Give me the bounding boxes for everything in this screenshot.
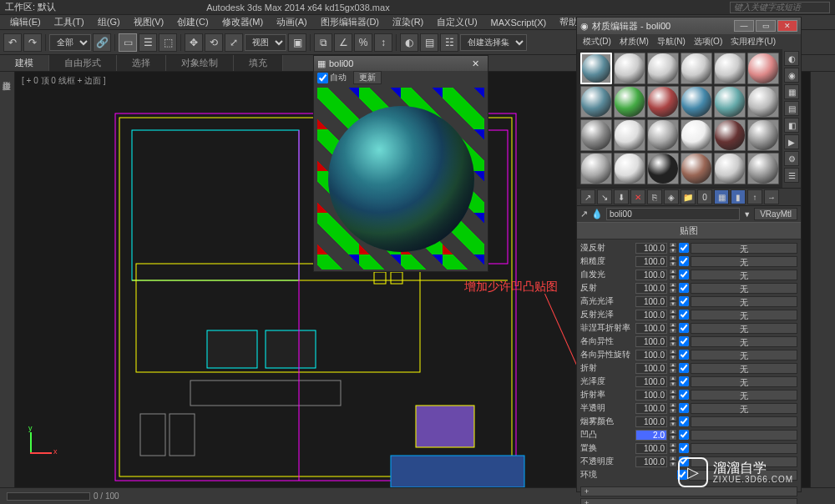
spin-down-icon[interactable]: ▼ xyxy=(669,248,677,254)
reset-icon[interactable]: ✕ xyxy=(630,189,645,204)
spin-down-icon[interactable]: ▼ xyxy=(669,261,677,267)
param-map-button[interactable]: 无 xyxy=(691,283,797,294)
go-forward-icon[interactable]: → xyxy=(764,189,779,204)
spinner-snap-toggle[interactable]: ↕ xyxy=(374,33,392,52)
mat-menu-item[interactable]: 导航(N) xyxy=(653,36,690,48)
param-map-button[interactable]: 无 xyxy=(691,256,797,267)
material-swatch[interactable] xyxy=(614,86,645,118)
spin-down-icon[interactable]: ▼ xyxy=(669,408,677,414)
menu-item[interactable]: 创建(C) xyxy=(170,16,215,28)
param-spinner[interactable] xyxy=(635,443,667,454)
auto-checkbox[interactable]: 自动 xyxy=(317,72,347,83)
make-copy-icon[interactable]: ⎘ xyxy=(647,189,662,204)
param-enable-checkbox[interactable] xyxy=(679,336,689,346)
spin-down-icon[interactable]: ▼ xyxy=(669,328,677,334)
options-icon[interactable]: ⚙ xyxy=(784,151,799,166)
param-map-button[interactable] xyxy=(691,416,797,427)
put-to-scene-icon[interactable]: ↘ xyxy=(597,189,612,204)
percent-snap-toggle[interactable]: % xyxy=(354,33,372,52)
param-map-button[interactable] xyxy=(691,443,797,454)
select-by-name-button[interactable]: ☰ xyxy=(139,33,157,52)
sample-type-icon[interactable]: ◐ xyxy=(784,51,799,66)
param-enable-checkbox[interactable] xyxy=(679,363,689,373)
menu-item[interactable]: 视图(V) xyxy=(127,16,171,28)
mat-menu-item[interactable]: 实用程序(U) xyxy=(726,36,780,48)
material-swatch[interactable] xyxy=(647,153,679,184)
pick-icon[interactable]: ↗ xyxy=(580,209,588,219)
close-icon[interactable]: ✕ xyxy=(467,58,484,69)
menu-item[interactable]: 组(G) xyxy=(91,16,127,28)
material-swatch[interactable] xyxy=(714,53,746,84)
material-swatch[interactable] xyxy=(747,153,779,184)
ribbon-tab[interactable]: 建模 xyxy=(0,55,49,71)
material-swatch[interactable] xyxy=(681,153,712,184)
put-to-lib-icon[interactable]: 📁 xyxy=(681,189,696,204)
material-name-input[interactable] xyxy=(606,208,740,220)
select-by-mat-icon[interactable]: ☰ xyxy=(784,168,799,183)
spin-up-icon[interactable]: ▲ xyxy=(669,255,677,261)
material-swatch[interactable] xyxy=(647,86,679,118)
spin-down-icon[interactable]: ▼ xyxy=(669,315,677,320)
param-spinner[interactable] xyxy=(635,283,667,294)
spin-down-icon[interactable]: ▼ xyxy=(669,461,677,467)
select-button[interactable]: ▭ xyxy=(119,33,137,52)
material-swatch[interactable] xyxy=(647,119,679,151)
material-swatch[interactable] xyxy=(747,86,779,118)
rollout-spacer-1[interactable]: + xyxy=(580,486,797,496)
param-spinner[interactable] xyxy=(635,310,667,320)
param-spinner[interactable] xyxy=(635,256,667,267)
param-map-button[interactable]: 无 xyxy=(691,270,797,280)
param-spinner[interactable] xyxy=(635,363,667,374)
selection-filter-dropdown[interactable]: 全部 xyxy=(49,34,91,51)
param-map-button[interactable] xyxy=(691,430,797,441)
show-map-icon[interactable]: ▦ xyxy=(714,189,729,204)
time-slider[interactable] xyxy=(7,492,90,501)
material-swatch[interactable] xyxy=(647,53,679,84)
snap-toggle[interactable]: ⧉ xyxy=(314,33,332,52)
dropdown-icon[interactable]: ▼ xyxy=(743,210,751,219)
ribbon-tab[interactable]: 填充 xyxy=(234,55,283,71)
spin-down-icon[interactable]: ▼ xyxy=(669,448,677,454)
param-spinner[interactable] xyxy=(635,390,667,401)
spin-up-icon[interactable]: ▲ xyxy=(669,349,677,355)
minimize-button[interactable]: — xyxy=(734,20,754,32)
material-swatch[interactable] xyxy=(681,53,712,84)
redo-button[interactable]: ↷ xyxy=(23,33,42,52)
spin-up-icon[interactable]: ▲ xyxy=(669,295,677,301)
material-swatch[interactable] xyxy=(614,119,645,151)
material-swatch[interactable] xyxy=(580,86,612,118)
param-map-button[interactable]: 无 xyxy=(691,323,797,334)
spin-down-icon[interactable]: ▼ xyxy=(669,368,677,374)
rect-select-button[interactable]: ⬚ xyxy=(159,33,177,52)
spin-up-icon[interactable]: ▲ xyxy=(669,242,677,248)
material-swatch[interactable] xyxy=(714,153,746,184)
menu-item[interactable]: 修改器(M) xyxy=(215,16,271,28)
background-icon[interactable]: ▦ xyxy=(784,84,799,99)
spin-up-icon[interactable]: ▲ xyxy=(669,442,677,448)
rollout-spacer-2[interactable]: + xyxy=(580,498,797,504)
spin-down-icon[interactable]: ▼ xyxy=(669,421,677,427)
param-map-button[interactable]: 无 xyxy=(691,363,797,374)
spin-down-icon[interactable]: ▼ xyxy=(669,381,677,387)
param-map-button[interactable]: 无 xyxy=(691,390,797,401)
spin-down-icon[interactable]: ▼ xyxy=(669,301,677,307)
spin-up-icon[interactable]: ▲ xyxy=(669,429,677,435)
named-set-dropdown[interactable]: 创建选择集 xyxy=(460,34,527,51)
material-swatch[interactable] xyxy=(747,119,779,151)
spin-up-icon[interactable]: ▲ xyxy=(669,389,677,395)
rotate-button[interactable]: ⟲ xyxy=(205,33,223,52)
param-enable-checkbox[interactable] xyxy=(679,390,689,400)
close-button[interactable]: ✕ xyxy=(777,20,797,32)
spin-down-icon[interactable]: ▼ xyxy=(669,275,677,280)
param-spinner[interactable] xyxy=(635,243,667,254)
mat-menu-item[interactable]: 模式(D) xyxy=(579,36,615,48)
ribbon-tab[interactable]: 自由形式 xyxy=(49,55,117,71)
mat-menu-item[interactable]: 材质(M) xyxy=(615,36,653,48)
param-map-button[interactable]: 无 xyxy=(691,336,797,347)
show-end-icon[interactable]: ▮ xyxy=(731,189,746,204)
scale-button[interactable]: ⤢ xyxy=(225,33,243,52)
material-swatch[interactable] xyxy=(580,53,612,84)
mirror-button[interactable]: ◐ xyxy=(400,33,418,52)
param-enable-checkbox[interactable] xyxy=(679,270,689,280)
material-swatch[interactable] xyxy=(714,119,746,151)
